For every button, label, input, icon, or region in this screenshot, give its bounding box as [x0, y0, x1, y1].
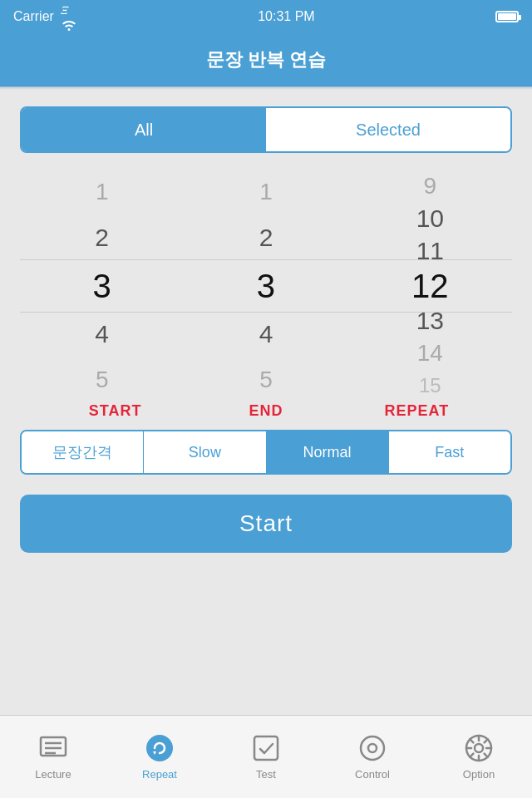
picker-end-column[interactable]: 1 2 3 4 5 [184, 170, 347, 402]
option-icon [464, 733, 494, 763]
picker-end-3: 3 [184, 260, 347, 312]
carrier-label: Carrier [13, 9, 54, 24]
svg-point-10 [475, 744, 483, 752]
picker-labels: START END REPEAT [20, 402, 512, 420]
slow-button[interactable]: Slow [144, 431, 266, 473]
picker-end-2: 2 [184, 214, 347, 259]
seg-selected-button[interactable]: Selected [266, 108, 510, 151]
picker-repeat-column[interactable]: 9 10 11 12 13 14 15 [348, 170, 512, 402]
nav-title: 문장 반복 연습 [206, 47, 326, 72]
tab-lecture-label: Lecture [35, 768, 71, 781]
svg-rect-6 [254, 736, 278, 760]
repeat-label: REPEAT [342, 402, 492, 420]
status-bar: Carrier 𝛯 10:31 PM [0, 0, 532, 33]
picker-repeat-13: 13 [348, 305, 512, 337]
speed-control: 문장간격 Slow Normal Fast [20, 430, 512, 475]
test-icon [251, 733, 281, 763]
start-button[interactable]: Start [20, 495, 512, 553]
picker-end-1: 1 [184, 170, 347, 214]
picker-repeat-11: 11 [348, 234, 512, 267]
control-icon [357, 733, 387, 763]
picker-end-5: 5 [184, 357, 347, 402]
picker-start-5: 5 [20, 357, 184, 402]
normal-button[interactable]: Normal [267, 431, 389, 473]
picker-repeat-10: 10 [348, 202, 512, 234]
tab-repeat[interactable]: Repeat [106, 716, 213, 798]
picker-start-4: 4 [20, 312, 184, 357]
tab-control-label: Control [355, 768, 390, 781]
start-button-wrap: Start [0, 475, 532, 553]
repeat-icon [145, 733, 175, 763]
tab-option-label: Option [463, 768, 495, 781]
picker-start-2: 2 [20, 214, 184, 259]
tab-control[interactable]: Control [319, 716, 426, 798]
fast-button[interactable]: Fast [389, 431, 510, 473]
svg-line-17 [485, 739, 488, 742]
tab-repeat-label: Repeat [142, 768, 177, 781]
picker-container: 1 2 3 4 5 1 2 3 4 5 9 10 11 12 13 14 15 [20, 170, 512, 402]
picker-end-4: 4 [184, 312, 347, 357]
segmented-control: All Selected [20, 106, 512, 153]
time-label: 10:31 PM [258, 9, 314, 24]
start-label: START [40, 402, 190, 420]
svg-line-16 [485, 754, 488, 757]
picker-start-column[interactable]: 1 2 3 4 5 [20, 170, 184, 402]
status-left: Carrier 𝛯 [13, 3, 77, 31]
svg-point-8 [368, 744, 377, 752]
tab-test[interactable]: Test [213, 716, 319, 798]
lecture-icon [38, 733, 68, 763]
picker-repeat-9: 9 [348, 170, 512, 202]
battery-icon [495, 11, 519, 22]
tab-bar: Lecture Repeat Test Con [0, 715, 532, 798]
nav-bar: 문장 반복 연습 [0, 33, 532, 86]
svg-line-18 [470, 754, 473, 757]
tab-option[interactable]: Option [426, 716, 532, 798]
main-content: All Selected 1 2 3 4 5 1 2 3 4 5 9 10 11 [0, 90, 532, 420]
picker-repeat-12: 12 [348, 268, 512, 305]
picker-start-1: 1 [20, 170, 184, 214]
wifi-icon: 𝛯 [61, 3, 77, 31]
svg-line-15 [470, 739, 473, 742]
spacer [0, 553, 532, 578]
picker-start-3: 3 [20, 260, 184, 312]
interval-button[interactable]: 문장간격 [22, 431, 144, 473]
svg-rect-7 [361, 736, 384, 760]
picker-repeat-14: 14 [348, 337, 512, 370]
end-label: END [190, 402, 341, 420]
seg-all-button[interactable]: All [22, 108, 266, 151]
tab-lecture[interactable]: Lecture [0, 716, 106, 798]
picker-repeat-15: 15 [348, 370, 512, 402]
tab-test-label: Test [256, 768, 276, 781]
svg-point-4 [146, 735, 173, 761]
